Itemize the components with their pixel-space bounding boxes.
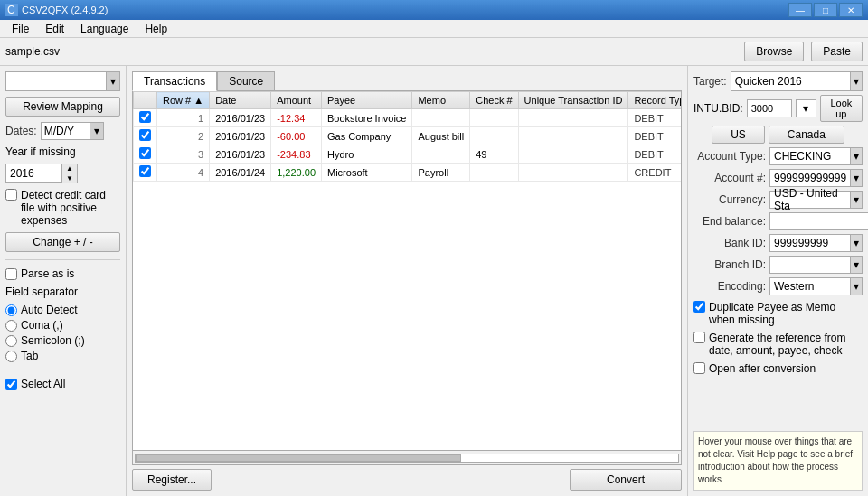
row-memo-cell xyxy=(412,109,470,127)
bank-id-dropdown[interactable]: 999999999 ▾ xyxy=(769,234,863,252)
intu-bid-dropdown[interactable]: ▾ xyxy=(796,99,816,117)
title-bar: C CSV2QFX (2.4.9.2) — □ ✕ xyxy=(0,0,868,20)
tab-option[interactable]: Tab xyxy=(5,350,120,362)
row-checkbox[interactable] xyxy=(139,165,151,177)
select-all-label: Select All xyxy=(21,378,65,390)
year-spinner: ▲ ▼ xyxy=(61,164,77,183)
duplicate-payee-checkbox[interactable] xyxy=(693,301,705,313)
bank-id-label: Bank ID: xyxy=(693,237,766,249)
profile-dropdown[interactable]: ▾ xyxy=(5,71,120,91)
year-down-button[interactable]: ▼ xyxy=(62,173,77,183)
col-amount[interactable]: Amount xyxy=(271,92,322,109)
col-row-num[interactable]: Row # ▲ xyxy=(157,92,210,109)
row-checkbox-cell[interactable] xyxy=(134,145,157,164)
close-button[interactable]: ✕ xyxy=(839,3,863,17)
tab-bar: Transactions Source xyxy=(132,71,682,91)
paste-button[interactable]: Paste xyxy=(811,42,863,61)
account-num-dropdown[interactable]: 999999999999 ▾ xyxy=(769,169,863,187)
row-date-cell: 2016/01/23 xyxy=(210,109,271,127)
bank-id-arrow: ▾ xyxy=(850,235,862,251)
menu-language[interactable]: Language xyxy=(72,20,137,38)
row-checkbox-cell[interactable] xyxy=(134,164,157,182)
account-type-label: Account Type: xyxy=(693,150,766,163)
account-num-label: Account #: xyxy=(693,172,766,184)
generate-ref-checkbox[interactable] xyxy=(693,332,705,343)
menu-help[interactable]: Help xyxy=(137,20,175,38)
col-payee[interactable]: Payee xyxy=(322,92,412,109)
tab-source[interactable]: Source xyxy=(217,71,275,91)
lookup-button[interactable]: Look up xyxy=(820,95,863,122)
row-memo-cell: Payroll xyxy=(412,164,470,182)
dates-dropdown[interactable]: M/D/Y ▾ xyxy=(41,122,104,140)
coma-radio[interactable] xyxy=(5,320,17,332)
transactions-table-container[interactable]: Row # ▲ Date Amount Payee Memo Check # U… xyxy=(132,90,682,451)
register-button[interactable]: Register... xyxy=(132,469,212,491)
scrollbar-thumb[interactable] xyxy=(136,454,461,462)
right-panel: Target: Quicken 2016 ▾ INTU.BID: ▾ Look … xyxy=(687,66,868,496)
currency-label: Currency: xyxy=(693,193,766,206)
parse-as-is-checkbox[interactable]: Parse as is xyxy=(5,267,120,280)
menu-file[interactable]: File xyxy=(4,20,37,38)
maximize-button[interactable]: □ xyxy=(814,3,837,17)
us-button[interactable]: US xyxy=(712,126,765,144)
col-record-type[interactable]: Record Type xyxy=(628,92,682,109)
table-row: 4 2016/01/24 1,220.00 Microsoft Payroll … xyxy=(134,164,683,182)
select-all-checkbox[interactable]: Select All xyxy=(5,378,120,390)
convert-button[interactable]: Convert xyxy=(570,469,682,491)
minimize-button[interactable]: — xyxy=(788,3,812,17)
select-all-input[interactable] xyxy=(5,379,17,390)
target-value: Quicken 2016 xyxy=(735,75,802,88)
row-date-cell: 2016/01/23 xyxy=(210,145,271,164)
change-plus-minus-button[interactable]: Change + / - xyxy=(5,232,120,252)
detect-credit-card-input[interactable] xyxy=(5,189,17,201)
menu-edit[interactable]: Edit xyxy=(37,20,72,38)
detect-credit-card-checkbox[interactable]: Detect credit card file with positive ex… xyxy=(5,189,120,227)
open-after-checkbox[interactable] xyxy=(693,362,705,374)
target-dropdown[interactable]: Quicken 2016 ▾ xyxy=(731,71,863,91)
row-date-cell: 2016/01/23 xyxy=(210,127,271,145)
encoding-dropdown[interactable]: Western ▾ xyxy=(769,277,863,295)
end-balance-label: End balance: xyxy=(693,215,766,228)
dates-dropdown-arrow: ▾ xyxy=(90,123,103,139)
year-input[interactable] xyxy=(6,167,52,180)
col-checkbox xyxy=(134,92,157,109)
tab-radio[interactable] xyxy=(5,351,17,362)
horizontal-scrollbar[interactable] xyxy=(135,454,679,463)
row-checkbox[interactable] xyxy=(139,129,151,141)
parse-as-is-input[interactable] xyxy=(5,268,17,280)
parse-as-is-label: Parse as is xyxy=(21,267,74,280)
row-check-cell xyxy=(470,109,518,127)
intu-bid-input[interactable] xyxy=(747,99,792,117)
semicolon-radio[interactable] xyxy=(5,335,17,347)
row-check-cell xyxy=(470,164,518,182)
row-checkbox[interactable] xyxy=(139,147,151,159)
tab-transactions[interactable]: Transactions xyxy=(132,71,217,91)
auto-detect-option[interactable]: Auto Detect xyxy=(5,304,120,316)
account-type-dropdown[interactable]: CHECKING ▾ xyxy=(769,147,863,165)
coma-option[interactable]: Coma (,) xyxy=(5,319,120,332)
app-icon: C xyxy=(5,4,18,16)
auto-detect-radio[interactable] xyxy=(5,304,17,316)
review-mapping-button[interactable]: Review Mapping xyxy=(5,97,120,117)
col-unique-id[interactable]: Unique Transaction ID xyxy=(518,92,628,109)
row-checkbox[interactable] xyxy=(139,111,151,123)
col-memo[interactable]: Memo xyxy=(412,92,470,109)
dates-label: Dates: xyxy=(5,125,37,137)
branch-id-dropdown[interactable]: ▾ xyxy=(769,256,863,274)
account-num-value: 999999999999 xyxy=(774,172,846,184)
year-up-button[interactable]: ▲ xyxy=(62,164,77,173)
col-date[interactable]: Date xyxy=(210,92,271,109)
browse-button[interactable]: Browse xyxy=(744,42,804,61)
row-num-cell: 1 xyxy=(157,109,210,127)
currency-dropdown[interactable]: USD - United Sta ▾ xyxy=(769,191,863,209)
col-check[interactable]: Check # xyxy=(470,92,518,109)
row-amount-cell: -234.83 xyxy=(271,145,322,164)
semicolon-option[interactable]: Semicolon (;) xyxy=(5,334,120,347)
row-checkbox-cell[interactable] xyxy=(134,127,157,145)
row-unique-id-cell xyxy=(518,127,628,145)
end-balance-input[interactable] xyxy=(769,212,868,230)
canada-button[interactable]: Canada xyxy=(769,126,844,144)
branch-id-arrow: ▾ xyxy=(850,257,862,273)
row-amount-cell: 1,220.00 xyxy=(271,164,322,182)
row-checkbox-cell[interactable] xyxy=(134,109,157,127)
